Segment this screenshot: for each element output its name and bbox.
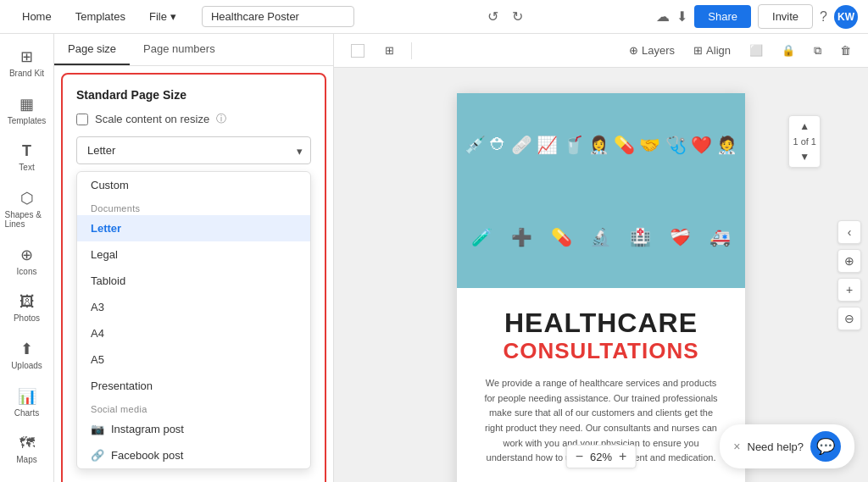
sidebar-item-shapes[interactable]: ⬡ Shapes & Lines [2, 182, 53, 235]
poster-title: HEALTHCARE [484, 308, 718, 338]
help-bubble: × Need help? 💬 [720, 424, 854, 468]
nav-templates[interactable]: Templates [64, 0, 137, 34]
main: ⊞ Brand Kit ▦ Templates T Text ⬡ Shapes … [0, 34, 868, 482]
shapes-icon: ⬡ [20, 189, 34, 208]
dropdown-item-a4[interactable]: A4 [77, 320, 310, 346]
nav-home[interactable]: Home [10, 0, 64, 34]
canvas-toolbar: ⊞ ⊕ Layers ⊞ Align ⬜ 🔒 ⧉ [334, 34, 868, 68]
page-down-button[interactable]: ▼ [796, 150, 813, 163]
panel-content: Standard Page Size Scale content on resi… [54, 66, 333, 482]
align-label: Align [706, 44, 731, 57]
dropdown-item-custom[interactable]: Custom [77, 172, 310, 198]
sidebar-item-charts[interactable]: 📊 Charts [2, 380, 53, 424]
layers-icon: ⊕ [629, 44, 638, 57]
side-tool-1[interactable]: ⊕ [837, 249, 861, 273]
side-tool-arrow[interactable]: ‹ [837, 220, 861, 244]
maps-icon: 🗺 [19, 435, 35, 452]
dropdown-item-a5[interactable]: A5 [77, 346, 310, 373]
toolbar-page-checkbox[interactable] [344, 41, 371, 61]
templates-icon: ▦ [19, 95, 34, 114]
nav-file[interactable]: File ▾ [137, 0, 188, 34]
undo-button[interactable]: ↺ [484, 5, 502, 28]
poster-image-area: 💉 ⛑ 🩹 📈 🥤 👩‍⚕️ 💊 🤝 🩺 ❤️ 🧑‍⚕️ 🧪 ➕ � [457, 93, 745, 288]
align-icon: ⊞ [693, 44, 703, 57]
lock-button[interactable]: 🔒 [775, 41, 802, 60]
sidebar-item-qrcode[interactable]: ⊞ QR Code [2, 474, 53, 482]
handshake-icon: 🤝 [639, 135, 660, 155]
help-icon[interactable]: ? [820, 9, 827, 25]
toolbar-right: ⊕ Layers ⊞ Align ⬜ 🔒 ⧉ 🗑 [622, 41, 858, 61]
help-chat-button[interactable]: 💬 [810, 431, 841, 462]
delete-button[interactable]: 🗑 [833, 41, 858, 60]
side-tool-2[interactable]: + [837, 278, 861, 302]
delete-icon: 🗑 [840, 44, 851, 57]
hospital-icon: 🏥 [630, 227, 651, 247]
tab-page-size[interactable]: Page size [54, 34, 130, 65]
topbar-nav: Home Templates File ▾ [10, 0, 188, 34]
page-size-dropdown[interactable]: Letter [76, 136, 311, 164]
microscope-icon: 🔬 [590, 227, 611, 247]
dropdown-item-legal[interactable]: Legal [77, 241, 310, 268]
dropdown-item-presentation[interactable]: Presentation [77, 373, 310, 399]
redo-button[interactable]: ↻ [509, 5, 526, 28]
cloud-icon[interactable]: ☁ [656, 8, 670, 25]
sidebar-label-maps: Maps [16, 455, 36, 464]
page-size-title: Standard Page Size [76, 88, 311, 102]
dropdown-list: Custom Documents Letter Legal Tabloid A3… [76, 171, 311, 469]
sidebar-item-photos[interactable]: 🖼 Photos [2, 286, 53, 330]
sidebar-item-brand[interactable]: ⊞ Brand Kit [2, 41, 53, 85]
facebook-icon: 🔗 [91, 449, 104, 462]
firstaid-icon: ⛑ [490, 135, 507, 154]
doctor-icon: 🧑‍⚕️ [716, 135, 737, 155]
sidebar-item-icons[interactable]: ⊕ Icons [2, 239, 53, 283]
tab-page-numbers[interactable]: Page numbers [130, 34, 229, 65]
sidebar-label-photos: Photos [14, 313, 40, 323]
sidebar-item-maps[interactable]: 🗺 Maps [2, 428, 53, 471]
page-up-button[interactable]: ▲ [796, 119, 813, 133]
sidebar-item-templates[interactable]: ▦ Templates [2, 88, 53, 132]
resize-button[interactable]: ⬜ [743, 41, 770, 60]
side-tool-3[interactable]: ⊖ [837, 307, 861, 330]
zoom-out-button[interactable]: − [576, 449, 583, 464]
share-button[interactable]: Share [694, 5, 751, 28]
needle-icon: 🧪 [471, 227, 492, 247]
toolbar-grid[interactable]: ⊞ [378, 41, 401, 60]
align-button[interactable]: ⊞ Align [687, 41, 737, 60]
download-icon[interactable]: ⬇ [676, 8, 687, 25]
zoom-in-button[interactable]: + [619, 449, 626, 464]
dropdown-item-instagram[interactable]: 📷 Instagram post [77, 416, 310, 442]
sidebar-item-uploads[interactable]: ⬆ Uploads [2, 333, 53, 377]
invite-button[interactable]: Invite [758, 4, 813, 29]
dropdown-item-a3[interactable]: A3 [77, 294, 310, 320]
document-title-input[interactable] [202, 6, 354, 27]
poster-top: 💉 ⛑ 🩹 📈 🥤 👩‍⚕️ 💊 🤝 🩺 ❤️ 🧑‍⚕️ 🧪 ➕ � [457, 93, 745, 288]
dropdown-item-tabloid[interactable]: Tabloid [77, 268, 310, 294]
stethoscope-icon: 🩺 [665, 135, 687, 155]
scale-label: Scale content on resize [95, 113, 209, 125]
scale-checkbox[interactable] [76, 114, 88, 125]
dropdown-item-facebook[interactable]: 🔗 Facebook post [77, 442, 310, 468]
zoom-level: 62% [590, 451, 612, 463]
chevron-down-icon: ▾ [170, 10, 176, 23]
copy-button[interactable]: ⧉ [807, 41, 828, 61]
dropdown-item-letter[interactable]: Letter [77, 215, 310, 241]
page-size-panel: Standard Page Size Scale content on resi… [63, 75, 325, 482]
layers-button[interactable]: ⊕ Layers [622, 41, 682, 60]
instagram-label: Instagram post [111, 423, 184, 435]
sidebar-label-charts: Charts [14, 408, 39, 418]
dropdown-section-documents: Documents [77, 198, 310, 215]
instagram-icon: 📷 [91, 423, 104, 435]
info-icon[interactable]: ⓘ [216, 112, 226, 126]
lock-icon: 🔒 [782, 44, 795, 57]
sidebar-label-templates: Templates [8, 116, 47, 125]
help-close-button[interactable]: × [733, 440, 740, 453]
poster-container: 💉 ⛑ 🩹 📈 🥤 👩‍⚕️ 💊 🤝 🩺 ❤️ 🧑‍⚕️ 🧪 ➕ � [457, 93, 745, 482]
page-navigator: ▲ 1 of 1 ▼ [788, 115, 821, 168]
pill-icon: 💊 [614, 135, 635, 155]
sidebar-label-brand: Brand Kit [9, 69, 44, 78]
sidebar-item-text[interactable]: T Text [2, 136, 53, 179]
pill2-icon: 💊 [551, 227, 572, 247]
heartcheck-icon: ❤️‍🩹 [670, 227, 691, 247]
layers-label: Layers [642, 44, 675, 57]
text-icon: T [22, 142, 31, 160]
